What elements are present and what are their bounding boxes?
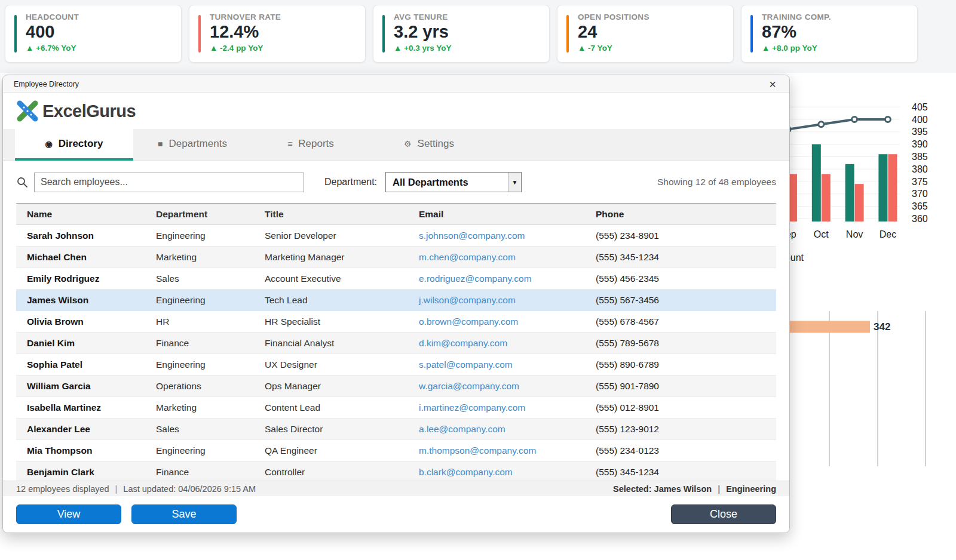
cell-title: UX Designer — [254, 359, 408, 370]
cell-email[interactable]: a.lee@company.com — [408, 424, 585, 435]
tab-label: Reports — [298, 138, 334, 150]
kpi-accent-bar — [566, 15, 569, 53]
cell-phone: (555) 901-7890 — [585, 381, 776, 392]
cell-email[interactable]: d.kim@company.com — [408, 338, 585, 349]
dialog-title: Employee Directory — [14, 80, 79, 88]
table-row[interactable]: Daniel KimFinanceFinancial Analystd.kim@… — [16, 333, 776, 354]
cell-phone: (555) 234-0123 — [585, 445, 776, 456]
cell-dept: Operations — [145, 381, 254, 392]
status-separator: | — [718, 484, 720, 494]
cell-name: Daniel Kim — [16, 338, 145, 349]
cell-name: Emily Rodriguez — [16, 273, 145, 284]
department-label: Department: — [324, 177, 377, 187]
table-body: Sarah JohnsonEngineeringSenior Developer… — [16, 225, 776, 481]
cell-dept: Engineering — [145, 359, 254, 370]
cell-name: James Wilson — [16, 295, 145, 306]
cell-email[interactable]: j.wilson@company.com — [408, 295, 585, 306]
cell-title: Content Lead — [254, 402, 408, 413]
cell-name: William Garcia — [16, 381, 145, 392]
cell-phone: (555) 345-1234 — [585, 467, 776, 478]
cell-name: Michael Chen — [16, 252, 145, 263]
cell-title: Account Executive — [254, 273, 408, 284]
svg-text:342: 342 — [874, 321, 890, 333]
kpi-delta: ▲ +6.7% YoY — [26, 44, 173, 53]
kpi-value: 12.4% — [210, 23, 357, 41]
cell-email[interactable]: w.garcia@company.com — [408, 381, 585, 392]
search-input[interactable] — [34, 173, 304, 192]
gear-icon: ⚙ — [404, 139, 412, 149]
table-row[interactable]: Sophia PatelEngineeringUX Designers.pate… — [16, 354, 776, 376]
table-row[interactable]: Sarah JohnsonEngineeringSenior Developer… — [16, 225, 776, 247]
column-header-department[interactable]: Department — [145, 209, 254, 220]
cell-name: Sarah Johnson — [16, 230, 145, 241]
dialog-footer: View Save Close — [3, 496, 789, 533]
selected-employee-text: Selected: James Wilson — [613, 484, 712, 494]
tab-reports[interactable]: ≡ Reports — [252, 129, 370, 161]
kpi-card-open-positions: OPEN POSITIONS 24 ▲ -7 YoY — [557, 5, 734, 63]
close-icon[interactable]: × — [767, 78, 779, 90]
cell-email[interactable]: e.rodriguez@company.com — [408, 273, 585, 284]
cell-phone: (555) 345-1234 — [585, 252, 776, 263]
selected-department-text: Engineering — [726, 484, 776, 494]
cell-email[interactable]: b.clark@company.com — [408, 467, 585, 478]
cell-phone: (555) 234-8901 — [585, 230, 776, 241]
column-header-name[interactable]: Name — [16, 209, 145, 220]
svg-text:Oct: Oct — [814, 229, 829, 239]
square-icon: ■ — [158, 139, 163, 149]
cell-email[interactable]: i.martinez@company.com — [408, 402, 585, 413]
cell-name: Olivia Brown — [16, 316, 145, 327]
cell-email[interactable]: o.brown@company.com — [408, 316, 585, 327]
cell-phone: (555) 456-2345 — [585, 273, 776, 284]
column-header-phone[interactable]: Phone — [585, 209, 776, 220]
tab-bar: ◉ Directory ■ Departments ≡ Reports ⚙ Se… — [3, 129, 789, 161]
column-header-email[interactable]: Email — [408, 209, 585, 220]
kpi-delta: ▲ -7 YoY — [578, 44, 725, 53]
tab-label: Departments — [169, 138, 227, 150]
chevron-down-icon[interactable]: ▼ — [508, 173, 521, 192]
tab-label: Directory — [59, 138, 103, 150]
tab-directory[interactable]: ◉ Directory — [15, 129, 133, 161]
kpi-delta: ▲ -2.4 pp YoY — [210, 44, 357, 53]
cell-name: Mia Thompson — [16, 445, 145, 456]
cell-phone: (555) 567-3456 — [585, 295, 776, 306]
table-row[interactable]: Benjamin ClarkFinanceControllerb.clark@c… — [16, 461, 776, 481]
view-button[interactable]: View — [16, 504, 121, 524]
cell-dept: Engineering — [145, 295, 254, 306]
cell-title: Tech Lead — [254, 295, 408, 306]
table-row[interactable]: William GarciaOperationsOps Managerw.gar… — [16, 376, 776, 397]
department-select[interactable]: All Departments ▼ — [385, 172, 522, 192]
cell-title: HR Specialist — [254, 316, 408, 327]
table-row[interactable]: Michael ChenMarketingMarketing Managerm.… — [16, 247, 776, 268]
kpi-value: 400 — [26, 23, 173, 41]
close-button[interactable]: Close — [671, 504, 776, 524]
table-row[interactable]: James WilsonEngineeringTech Leadj.wilson… — [16, 290, 776, 311]
dialog-status-bar: 12 employees displayed | Last updated: 0… — [3, 481, 789, 496]
svg-text:390: 390 — [912, 139, 928, 149]
cell-email[interactable]: s.johnson@company.com — [408, 230, 585, 241]
cell-email[interactable]: m.thompson@company.com — [408, 445, 585, 456]
cell-phone: (555) 890-6789 — [585, 359, 776, 370]
kpi-accent-bar — [750, 15, 753, 53]
status-separator: | — [115, 484, 118, 494]
kpi-value: 87% — [762, 23, 909, 41]
record-icon: ◉ — [45, 139, 53, 149]
column-header-title[interactable]: Title — [254, 209, 408, 220]
table-row[interactable]: Mia ThompsonEngineeringQA Engineerm.thom… — [16, 440, 776, 461]
table-row[interactable]: Olivia BrownHRHR Specialisto.brown@compa… — [16, 311, 776, 333]
save-button[interactable]: Save — [131, 504, 237, 524]
cell-title: Controller — [254, 467, 408, 478]
svg-text:375: 375 — [912, 177, 928, 187]
cell-phone: (555) 123-9012 — [585, 424, 776, 435]
svg-text:405: 405 — [912, 102, 928, 112]
tab-departments[interactable]: ■ Departments — [133, 129, 252, 161]
table-row[interactable]: Emily RodriguezSalesAccount Executivee.r… — [16, 268, 776, 290]
cell-title: Marketing Manager — [254, 252, 408, 263]
tab-settings[interactable]: ⚙ Settings — [370, 129, 488, 161]
cell-email[interactable]: s.patel@company.com — [408, 359, 585, 370]
table-row[interactable]: Alexander LeeSalesSales Directora.lee@co… — [16, 419, 776, 440]
kpi-accent-bar — [382, 15, 385, 53]
kpi-row: HEADCOUNT 400 ▲ +6.7% YoY TURNOVER RATE … — [5, 5, 918, 63]
table-header-row: Name Department Title Email Phone — [16, 203, 776, 225]
cell-email[interactable]: m.chen@company.com — [408, 252, 585, 263]
table-row[interactable]: Isabella MartinezMarketingContent Leadi.… — [16, 397, 776, 419]
